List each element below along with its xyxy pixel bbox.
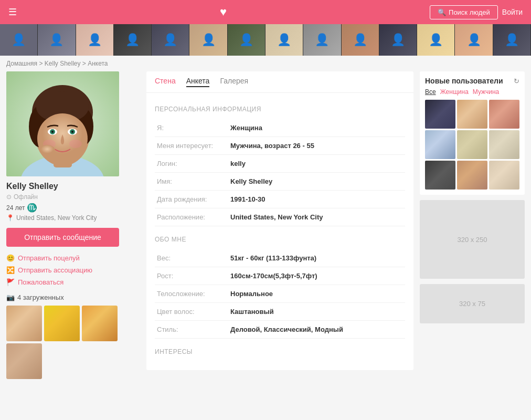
search-icon: 🔍: [438, 8, 446, 16]
send-kiss-link[interactable]: 😊 Отправить поцелуй: [6, 254, 140, 262]
association-icon: 🔀: [6, 266, 15, 274]
new-user-3[interactable]: [489, 100, 519, 129]
ad-banner-small: 320 x 75: [420, 284, 525, 323]
strip-photo-3[interactable]: 👤: [76, 24, 114, 56]
field-value: 160см-170см(5,3фт-5,7фт): [228, 267, 405, 285]
new-users-filters: Все Женщина Мужчина: [425, 88, 519, 96]
field-value: Женщина: [228, 119, 405, 137]
interests-section-title: ИНТЕРЕСЫ: [155, 348, 405, 355]
new-user-1[interactable]: [425, 100, 455, 129]
table-row: Имя:Kelly Shelley: [155, 173, 405, 191]
field-label: Логин:: [155, 155, 228, 173]
field-value: Каштановый: [228, 303, 405, 321]
breadcrumb-page: Анкета: [88, 60, 108, 67]
uploads-section: 📷 4 загруженных: [6, 293, 140, 379]
strip-photo-8[interactable]: 👤: [266, 24, 303, 56]
profile-photo: [6, 71, 119, 176]
refresh-icon[interactable]: ↻: [514, 77, 519, 85]
field-value: 1991-10-30: [228, 191, 405, 208]
svg-point-14: [71, 131, 73, 133]
personal-info-table: Я:ЖенщинаМеня интересует:Мужчина, возрас…: [155, 119, 405, 226]
filter-all[interactable]: Все: [425, 88, 436, 96]
photo-strip: 👤 👤 👤 👤 👤 👤 👤 👤 👤 👤 👤 👤 👤 👤: [0, 24, 531, 56]
strip-photo-10[interactable]: 👤: [342, 24, 379, 56]
upload-thumb-4[interactable]: [6, 343, 42, 379]
left-sidebar: Kelly Shelley ⊙ Офлайн 24 лет ♏ 📍 United…: [6, 71, 140, 379]
upload-thumb-2[interactable]: [44, 306, 80, 341]
location-icon: 📍: [6, 214, 14, 222]
strip-photo-5[interactable]: 👤: [152, 24, 189, 56]
field-label: Телосложение:: [155, 285, 228, 303]
new-users-box: Новые пользователи ↻ Все Женщина Мужчина: [420, 71, 525, 195]
right-sidebar: Новые пользователи ↻ Все Женщина Мужчина…: [420, 71, 525, 379]
table-row: Я:Женщина: [155, 119, 405, 137]
table-row: Дата рождения:1991-10-30: [155, 191, 405, 208]
field-label: Дата рождения:: [155, 191, 228, 208]
table-row: Рост:160см-170см(5,3фт-5,7фт): [155, 267, 405, 285]
new-user-9[interactable]: [489, 161, 519, 190]
profile-location: 📍 United States, New York City: [6, 214, 140, 222]
field-label: Меня интересует:: [155, 137, 228, 155]
tab-wall[interactable]: Стена: [155, 77, 176, 87]
send-message-button[interactable]: Отправить сообщение: [6, 228, 119, 247]
svg-point-11: [51, 131, 54, 133]
about-me-section-title: ОБО МНЕ: [155, 236, 405, 243]
table-row: Вес:51кг - 60кг (113-133фунта): [155, 249, 405, 267]
table-row: Цвет волос:Каштановый: [155, 303, 405, 321]
send-association-link[interactable]: 🔀 Отправить ассоциацию: [6, 266, 140, 274]
strip-photo-9[interactable]: 👤: [303, 24, 341, 56]
strip-photo-7[interactable]: 👤: [228, 24, 266, 56]
strip-photo-13[interactable]: 👤: [455, 24, 493, 56]
field-value: Kelly Shelley: [228, 173, 405, 191]
uploads-title: 📷 4 загруженных: [6, 293, 140, 301]
menu-icon[interactable]: ☰: [8, 6, 17, 18]
tab-profile[interactable]: Анкета: [186, 77, 210, 87]
breadcrumb-home[interactable]: Домашняя: [6, 60, 37, 67]
main-layout: Kelly Shelley ⊙ Офлайн 24 лет ♏ 📍 United…: [0, 71, 531, 390]
filter-male[interactable]: Мужчина: [473, 88, 499, 96]
new-user-2[interactable]: [457, 100, 487, 129]
breadcrumb-name[interactable]: Kelly Shelley: [45, 60, 81, 67]
svg-point-17: [39, 145, 55, 155]
table-row: Логин:kelly: [155, 155, 405, 173]
strip-photo-11[interactable]: 👤: [379, 24, 417, 56]
strip-photo-12[interactable]: 👤: [417, 24, 455, 56]
svg-point-16: [69, 140, 82, 148]
field-value: kelly: [228, 155, 405, 173]
strip-photo-2[interactable]: 👤: [38, 24, 76, 56]
strip-photo-14[interactable]: 👤: [493, 24, 531, 56]
tab-gallery[interactable]: Галерея: [220, 77, 248, 87]
camera-icon: 📷: [6, 293, 15, 301]
report-link[interactable]: 🚩 Пожаловаться: [6, 278, 140, 286]
strip-photo-6[interactable]: 👤: [189, 24, 227, 56]
table-row: Меня интересует:Мужчина, возраст 26 - 55: [155, 137, 405, 155]
login-button[interactable]: Войти: [502, 8, 523, 16]
search-people-button[interactable]: 🔍 Поиск людей: [430, 5, 498, 19]
field-label: Цвет волос:: [155, 303, 228, 321]
header-heart-icon: ♥: [220, 5, 227, 19]
center-content: Стена Анкета Галерея ПЕРСОНАЛЬНАЯ ИНФОРМ…: [146, 71, 413, 379]
filter-female[interactable]: Женщина: [440, 88, 469, 96]
field-value: 51кг - 60кг (113-133фунта): [228, 249, 405, 267]
strip-photo-1[interactable]: 👤: [0, 24, 38, 56]
personal-info-section-title: ПЕРСОНАЛЬНАЯ ИНФОРМАЦИЯ: [155, 106, 405, 113]
profile-name: Kelly Shelley: [6, 182, 140, 191]
new-users-grid: [425, 100, 519, 190]
strip-photo-4[interactable]: 👤: [114, 24, 152, 56]
profile-age-zodiac: 24 лет ♏: [6, 203, 140, 213]
new-user-7[interactable]: [425, 161, 455, 190]
table-row: Расположение:United States, New York Cit…: [155, 208, 405, 226]
new-users-title: Новые пользователи: [425, 77, 503, 85]
breadcrumb: Домашняя > Kelly Shelley > Анкета: [0, 56, 531, 71]
upload-thumb-3[interactable]: [82, 306, 118, 341]
offline-icon: ⊙: [6, 193, 12, 201]
zodiac-icon: ♏: [27, 203, 37, 213]
profile-tabs: Стена Анкета Галерея: [146, 71, 413, 93]
new-user-5[interactable]: [457, 130, 487, 159]
field-label: Расположение:: [155, 208, 228, 226]
field-value: Деловой, Классический, Модный: [228, 321, 405, 339]
new-user-8[interactable]: [457, 161, 487, 190]
upload-thumb-1[interactable]: [6, 306, 42, 341]
new-user-4[interactable]: [425, 130, 455, 159]
new-user-6[interactable]: [489, 130, 519, 159]
